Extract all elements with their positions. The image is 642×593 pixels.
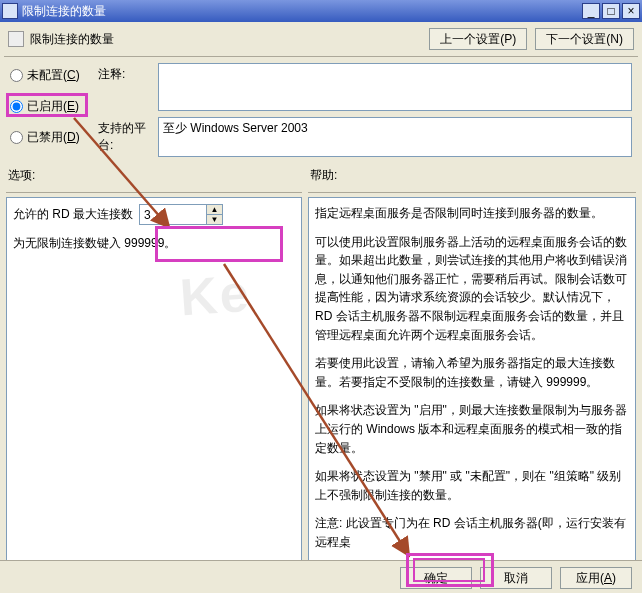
- options-panel: 允许的 RD 最大连接数 ▲ ▼ 为无限制连接数键入 999999。: [6, 197, 302, 569]
- options-header: 选项:: [6, 163, 302, 188]
- radio-not-configured-input[interactable]: [10, 69, 23, 82]
- platform-value: 至少 Windows Server 2003: [158, 117, 632, 157]
- max-conn-label: 允许的 RD 最大连接数: [13, 206, 133, 223]
- apply-button[interactable]: 应用(A): [560, 567, 632, 589]
- unlimited-hint: 为无限制连接数键入 999999。: [13, 235, 295, 252]
- radio-not-configured-label: 未配置(C): [27, 67, 80, 84]
- comment-input[interactable]: [158, 63, 632, 111]
- radio-not-configured[interactable]: 未配置(C): [10, 67, 98, 84]
- help-panel[interactable]: 指定远程桌面服务是否限制同时连接到服务器的数量。 可以使用此设置限制服务器上活动…: [308, 197, 636, 569]
- help-p5: 如果将状态设置为 "禁用" 或 "未配置"，则在 "组策略" 级别上不强制限制连…: [315, 467, 629, 504]
- prev-setting-button[interactable]: 上一个设置(P): [429, 28, 527, 50]
- state-radio-group: 未配置(C) 已启用(E) 已禁用(D): [10, 63, 98, 163]
- maximize-button[interactable]: □: [602, 3, 620, 19]
- radio-disabled[interactable]: 已禁用(D): [10, 129, 98, 146]
- help-p2: 可以使用此设置限制服务器上活动的远程桌面服务会话的数量。如果超出此数量，则尝试连…: [315, 233, 629, 345]
- minimize-button[interactable]: _: [582, 3, 600, 19]
- spinner-down-icon[interactable]: ▼: [207, 215, 222, 224]
- help-p3: 若要使用此设置，请输入希望为服务器指定的最大连接数量。若要指定不受限制的连接数量…: [315, 354, 629, 391]
- window-title: 限制连接的数量: [22, 3, 582, 20]
- help-p1: 指定远程桌面服务是否限制同时连接到服务器的数量。: [315, 204, 629, 223]
- radio-disabled-label: 已禁用(D): [27, 129, 80, 146]
- footer: 确定 取消 应用(A): [0, 560, 642, 589]
- max-conn-input[interactable]: [140, 205, 206, 224]
- next-setting-button[interactable]: 下一个设置(N): [535, 28, 634, 50]
- radio-enabled-input[interactable]: [10, 100, 23, 113]
- radio-disabled-input[interactable]: [10, 131, 23, 144]
- max-conn-spinner[interactable]: ▲ ▼: [139, 204, 223, 225]
- help-p6: 注意: 此设置专门为在 RD 会话主机服务器(即，运行安装有远程桌: [315, 514, 629, 551]
- header: 限制连接的数量 上一个设置(P) 下一个设置(N): [0, 22, 642, 56]
- header-title: 限制连接的数量: [30, 31, 429, 48]
- titlebar: 限制连接的数量 _ □ ×: [0, 0, 642, 22]
- comment-label: 注释:: [98, 63, 158, 111]
- radio-enabled-label: 已启用(E): [27, 98, 79, 115]
- cancel-button[interactable]: 取消: [480, 567, 552, 589]
- radio-enabled[interactable]: 已启用(E): [10, 98, 98, 115]
- ok-button[interactable]: 确定: [400, 567, 472, 589]
- spinner-up-icon[interactable]: ▲: [207, 205, 222, 215]
- policy-icon: [8, 31, 24, 47]
- close-button[interactable]: ×: [622, 3, 640, 19]
- window-icon: [2, 3, 18, 19]
- help-header: 帮助:: [308, 163, 636, 188]
- help-p4: 如果将状态设置为 "启用"，则最大连接数量限制为与服务器上运行的 Windows…: [315, 401, 629, 457]
- platform-label: 支持的平台:: [98, 117, 158, 157]
